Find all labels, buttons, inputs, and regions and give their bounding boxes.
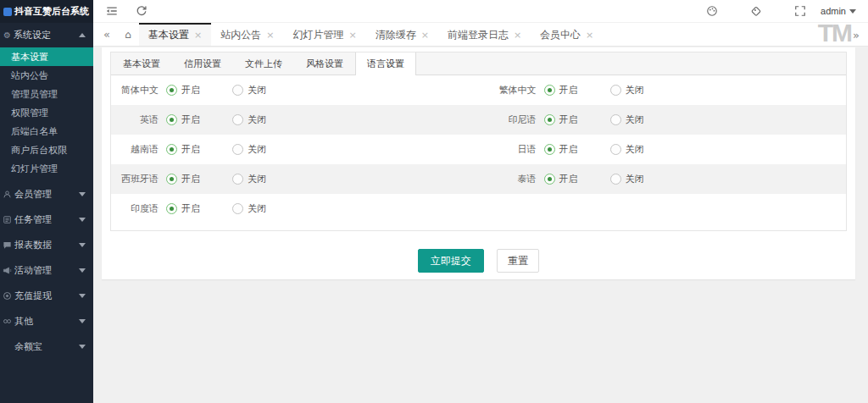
tab-file-upload[interactable]: 文件上传: [233, 52, 294, 75]
close-icon[interactable]: ×: [514, 30, 521, 41]
tab-basic-settings-inner[interactable]: 基本设置: [111, 52, 172, 75]
header-right-controls: admin: [705, 5, 856, 18]
tab-member-center[interactable]: 会员中心×: [531, 23, 603, 46]
radio-icon[interactable]: [610, 85, 621, 96]
sidebar-group-system-settings[interactable]: ⚙ 系统设定: [0, 23, 93, 47]
radio-icon[interactable]: [166, 144, 177, 155]
sidebar-item-backend-whitelist[interactable]: 后端白名单: [0, 122, 93, 141]
radio-icon[interactable]: [166, 114, 177, 125]
top-header: admin: [93, 0, 868, 23]
close-icon[interactable]: ×: [266, 30, 274, 41]
form-row: 简体中文 开启 关闭 繁体中文 开启 关闭: [111, 75, 846, 105]
radio-icon[interactable]: [544, 174, 555, 185]
radio-icon[interactable]: [232, 203, 243, 214]
radio-icon[interactable]: [610, 144, 621, 155]
radio-on[interactable]: 开启: [166, 173, 200, 185]
caret-down-icon: [79, 218, 86, 222]
sidebar-group-recharge-withdraw[interactable]: 充值提现: [0, 283, 93, 308]
sidebar-group-yuebao[interactable]: 余额宝: [0, 334, 93, 359]
tab-credit-settings[interactable]: 信用设置: [172, 52, 233, 75]
sidebar-group-other[interactable]: 其他: [0, 308, 93, 334]
field-traditional-chinese: 繁体中文 开启 关闭: [479, 84, 847, 97]
other-icon: [3, 317, 12, 326]
radio-off[interactable]: 关闭: [610, 143, 644, 156]
radio-icon[interactable]: [232, 85, 243, 96]
radio-icon[interactable]: [544, 144, 555, 155]
radio-off[interactable]: 关闭: [232, 173, 266, 185]
sidebar-group-task-management[interactable]: 任务管理: [0, 207, 93, 232]
radio-off[interactable]: 关闭: [232, 84, 266, 97]
radio-icon[interactable]: [232, 114, 243, 125]
close-icon[interactable]: ×: [348, 30, 356, 41]
radio-icon[interactable]: [166, 174, 177, 185]
sidebar-item-admin-management[interactable]: 管理员管理: [0, 85, 93, 103]
sidebar-item-basic-settings[interactable]: 基本设置: [0, 47, 93, 66]
radio-off[interactable]: 关闭: [232, 143, 266, 156]
close-icon[interactable]: ×: [586, 30, 593, 41]
field-english: 英语 开启 关闭: [111, 113, 479, 126]
tab-site-announcement[interactable]: 站内公告×: [211, 23, 283, 46]
radio-icon[interactable]: [610, 114, 621, 125]
field-spanish: 西班牙语 开启 关闭: [111, 173, 479, 185]
radio-off[interactable]: 关闭: [232, 202, 266, 215]
main-content: 基本设置 信用设置 文件上传 风格设置 语言设置 简体中文 开启 关闭 繁体中文…: [93, 47, 868, 403]
tab-slideshow-management[interactable]: 幻灯片管理×: [283, 23, 365, 46]
admin-dropdown[interactable]: admin: [821, 6, 856, 16]
radio-icon[interactable]: [544, 114, 555, 125]
field-vietnamese: 越南语 开启 关闭: [111, 143, 479, 156]
user-icon: [3, 190, 12, 199]
radio-on[interactable]: 开启: [544, 113, 578, 126]
tab-frontend-login-log[interactable]: 前端登录日志×: [438, 23, 531, 46]
gear-icon: ⚙: [3, 30, 11, 40]
form-row: 英语 开启 关闭 印尼语 开启 关闭: [111, 105, 846, 135]
sidebar-submenu: 基本设置 站内公告 管理员管理 权限管理 后端白名单 商户后台权限 幻灯片管理: [0, 47, 93, 178]
tabs-scroll-left-button[interactable]: «: [97, 23, 117, 46]
sidebar-group-report-data[interactable]: 报表数据: [0, 232, 93, 257]
radio-icon[interactable]: [232, 144, 243, 155]
submit-button[interactable]: 立即提交: [418, 249, 484, 273]
close-icon[interactable]: ×: [194, 30, 202, 41]
radio-off[interactable]: 关闭: [610, 173, 644, 185]
tab-basic-settings[interactable]: 基本设置×: [139, 23, 211, 46]
radio-off[interactable]: 关闭: [610, 84, 644, 97]
sidebar-group-label: 系统设定: [14, 29, 51, 41]
radio-icon[interactable]: [232, 174, 243, 185]
radio-on[interactable]: 开启: [544, 84, 578, 97]
radio-icon[interactable]: [544, 85, 555, 96]
radio-icon[interactable]: [166, 203, 177, 214]
fullscreen-icon[interactable]: [793, 5, 806, 18]
sidebar-group-activity-management[interactable]: 活动管理: [0, 257, 93, 283]
refresh-icon[interactable]: [135, 5, 147, 18]
home-icon[interactable]: ⌂: [117, 23, 139, 46]
theme-icon[interactable]: [705, 5, 718, 18]
settings-card: 基本设置 信用设置 文件上传 风格设置 语言设置 简体中文 开启 关闭 繁体中文…: [102, 47, 855, 279]
tab-clear-cache[interactable]: 清除缓存×: [366, 23, 438, 46]
radio-on[interactable]: 开启: [166, 84, 200, 97]
sidebar-item-site-announcement[interactable]: 站内公告: [0, 66, 93, 85]
radio-off[interactable]: 关闭: [610, 113, 644, 126]
radio-on[interactable]: 开启: [166, 143, 200, 156]
tabs-scroll-right-button[interactable]: »: [853, 23, 860, 47]
sidebar-item-slideshow-management[interactable]: 幻灯片管理: [0, 159, 93, 178]
app-logo[interactable]: 抖音互赞后台系统: [0, 0, 93, 23]
radio-on[interactable]: 开启: [544, 173, 578, 185]
collapse-menu-icon[interactable]: [105, 5, 118, 18]
radio-on[interactable]: 开启: [544, 143, 578, 156]
tag-icon[interactable]: [749, 5, 762, 18]
sidebar-item-merchant-backend-permission[interactable]: 商户后台权限: [0, 141, 93, 159]
reset-button[interactable]: 重置: [497, 249, 539, 273]
radio-off[interactable]: 关闭: [232, 113, 266, 126]
tab-language-settings[interactable]: 语言设置: [355, 52, 416, 75]
tab-style-settings[interactable]: 风格设置: [294, 52, 355, 75]
radio-on[interactable]: 开启: [166, 202, 200, 215]
field-hindi: 印度语 开启 关闭: [111, 202, 479, 215]
radio-icon[interactable]: [610, 174, 621, 185]
sidebar-item-permission-management[interactable]: 权限管理: [0, 103, 93, 122]
caret-up-icon: [79, 33, 86, 37]
sidebar-group-member-management[interactable]: 会员管理: [0, 181, 93, 207]
logo-icon: [3, 8, 12, 16]
settings-panel: 基本设置 信用设置 文件上传 风格设置 语言设置 简体中文 开启 关闭 繁体中文…: [110, 52, 847, 231]
radio-icon[interactable]: [166, 85, 177, 96]
radio-on[interactable]: 开启: [166, 113, 200, 126]
close-icon[interactable]: ×: [421, 30, 429, 41]
